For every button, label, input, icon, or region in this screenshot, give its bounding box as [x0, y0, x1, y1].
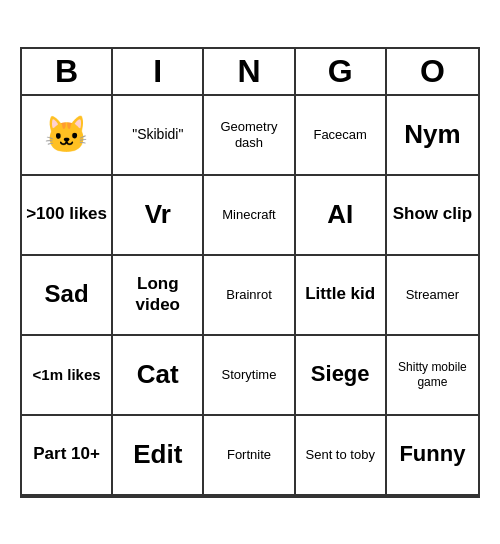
bingo-cell-10[interactable]: Sad: [22, 256, 113, 336]
bingo-cell-2[interactable]: Geometry dash: [204, 96, 295, 176]
bingo-cell-5[interactable]: >100 likes: [22, 176, 113, 256]
bingo-cell-17[interactable]: Storytime: [204, 336, 295, 416]
bingo-cell-3[interactable]: Facecam: [296, 96, 387, 176]
bingo-cell-4[interactable]: Nym: [387, 96, 478, 176]
bingo-cell-23[interactable]: Sent to toby: [296, 416, 387, 496]
bingo-grid: 🐱"Skibidi"Geometry dashFacecamNym>100 li…: [20, 96, 480, 498]
bingo-cell-1[interactable]: "Skibidi": [113, 96, 204, 176]
bingo-cell-9[interactable]: Show clip: [387, 176, 478, 256]
header-i: I: [113, 49, 204, 96]
bingo-cell-6[interactable]: Vr: [113, 176, 204, 256]
bingo-cell-16[interactable]: Cat: [113, 336, 204, 416]
header-o: O: [387, 49, 478, 96]
bingo-cell-12[interactable]: Brainrot: [204, 256, 295, 336]
bingo-cell-18[interactable]: Siege: [296, 336, 387, 416]
header-g: G: [296, 49, 387, 96]
bingo-cell-22[interactable]: Fortnite: [204, 416, 295, 496]
bingo-cell-15[interactable]: <1m likes: [22, 336, 113, 416]
header-n: N: [204, 49, 295, 96]
bingo-cell-19[interactable]: Shitty mobile game: [387, 336, 478, 416]
bingo-cell-11[interactable]: Long video: [113, 256, 204, 336]
bingo-cell-24[interactable]: Funny: [387, 416, 478, 496]
bingo-card: B I N G O 🐱"Skibidi"Geometry dashFacecam…: [20, 47, 480, 498]
bingo-cell-8[interactable]: AI: [296, 176, 387, 256]
bingo-cell-20[interactable]: Part 10+: [22, 416, 113, 496]
bingo-cell-21[interactable]: Edit: [113, 416, 204, 496]
header-b: B: [22, 49, 113, 96]
bingo-header: B I N G O: [20, 47, 480, 96]
bingo-cell-0[interactable]: 🐱: [22, 96, 113, 176]
bingo-cell-7[interactable]: Minecraft: [204, 176, 295, 256]
bingo-cell-14[interactable]: Streamer: [387, 256, 478, 336]
bingo-cell-13[interactable]: Little kid: [296, 256, 387, 336]
